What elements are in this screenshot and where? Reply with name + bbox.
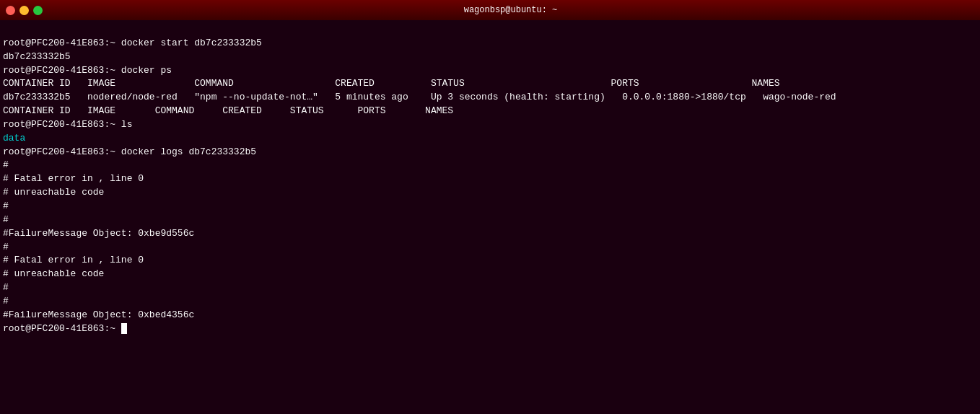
- terminal-line: root@PFC200-41E863:~ ls: [3, 118, 977, 132]
- terminal-line: #: [3, 241, 977, 255]
- terminal-body[interactable]: root@PFC200-41E863:~ docker start db7c23…: [0, 20, 980, 338]
- terminal-line: root@PFC200-41E863:~ docker start db7c23…: [3, 37, 977, 50]
- terminal-line: # Fatal error in , line 0: [3, 254, 977, 268]
- terminal-line: root@PFC200-41E863:~: [3, 322, 977, 336]
- terminal-line: #: [3, 295, 977, 309]
- terminal-line: # unreachable code: [3, 268, 977, 281]
- terminal-line: db7c233332b5 nodered/node-red "npm --no-…: [3, 91, 977, 105]
- window-title: wagonbsp@ubuntu: ~: [47, 5, 974, 15]
- terminal-line: # Fatal error in , line 0: [3, 172, 977, 186]
- terminal-line: root@PFC200-41E863:~ docker ps: [3, 64, 977, 78]
- terminal-line: data: [3, 132, 977, 146]
- maximize-button[interactable]: [33, 6, 43, 15]
- terminal-line: root@PFC200-41E863:~ docker logs db7c233…: [3, 146, 977, 159]
- terminal-line: # unreachable code: [3, 186, 977, 200]
- terminal-line: #: [3, 159, 977, 172]
- terminal-line: #FailureMessage Object: 0xbed4356c: [3, 309, 977, 322]
- terminal-line: CONTAINER ID IMAGE COMMAND CREATED STATU…: [3, 77, 977, 91]
- terminal-line: db7c233332b5: [3, 50, 977, 64]
- terminal-line: #: [3, 200, 977, 213]
- title-bar: wagonbsp@ubuntu: ~: [0, 0, 980, 20]
- minimize-button[interactable]: [19, 6, 29, 15]
- terminal-line: #: [3, 213, 977, 227]
- terminal-line: #FailureMessage Object: 0xbe9d556c: [3, 227, 977, 241]
- terminal-line: #: [3, 281, 977, 295]
- terminal-line: CONTAINER ID IMAGE COMMAND CREATED STATU…: [3, 105, 977, 118]
- close-button[interactable]: [6, 6, 15, 15]
